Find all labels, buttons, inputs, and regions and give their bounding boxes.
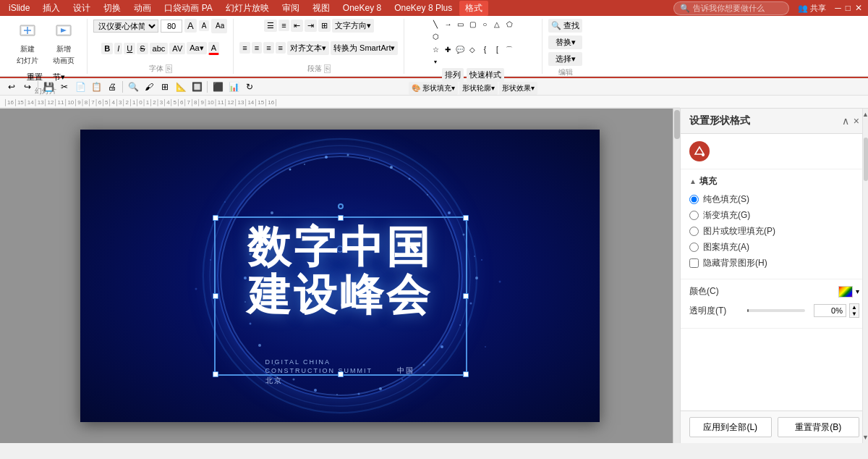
snap-button[interactable]: 🔲 xyxy=(190,80,204,94)
find-button[interactable]: 🔍 查找 xyxy=(548,19,582,33)
align-obj-button[interactable]: ⬛ xyxy=(210,80,225,94)
para-group-expand[interactable]: ⎘ xyxy=(324,64,331,73)
menu-review[interactable]: 审阅 xyxy=(276,1,305,16)
shape-arrow[interactable]: → xyxy=(442,19,454,30)
color-dropdown-button[interactable]: ▾ xyxy=(856,287,859,295)
slide-area[interactable]: 数字中国 建设峰会 DIGITAL CHINA CONSTRUCTION SUM… xyxy=(0,109,680,443)
transparency-spinner[interactable]: ▲ ▼ xyxy=(849,303,859,318)
text-direction-button[interactable]: 文字方向▾ xyxy=(332,19,374,33)
column-button[interactable]: ⊞ xyxy=(318,20,331,32)
gradient-fill-radio[interactable] xyxy=(689,211,699,220)
group-button[interactable]: 📊 xyxy=(226,80,241,94)
shape-oval[interactable]: ○ xyxy=(479,19,490,30)
menu-onekey8[interactable]: OneKey 8 xyxy=(337,1,387,14)
ruler-button[interactable]: 📐 xyxy=(174,80,188,94)
bullets-button[interactable]: ☰ xyxy=(264,20,277,32)
menu-insert[interactable]: 插入 xyxy=(37,1,66,16)
smartart-button[interactable]: 转换为 SmartArt▾ xyxy=(331,41,398,55)
scroll-down-arrow[interactable]: ▼ xyxy=(863,431,868,443)
menu-animation[interactable]: 动画 xyxy=(128,1,157,16)
menu-view[interactable]: 视图 xyxy=(307,1,336,16)
search-box[interactable]: 🔍 告诉我你想要做什么 xyxy=(673,1,789,15)
strikethrough-button[interactable]: S xyxy=(137,43,148,54)
align-center-button[interactable]: ≡ xyxy=(252,42,262,54)
color-swatch[interactable] xyxy=(838,286,853,298)
decrease-font-button[interactable]: A xyxy=(199,20,210,31)
shadow-button[interactable]: abc xyxy=(150,43,169,54)
undo-button[interactable]: ↩ xyxy=(4,80,19,94)
shape-round-rect[interactable]: ▢ xyxy=(467,19,478,30)
shape-bracket[interactable]: [ xyxy=(491,44,503,56)
font-name-select[interactable]: 汉仪要心体简 xyxy=(93,20,158,33)
menu-transition[interactable]: 切换 xyxy=(98,1,127,16)
maximize-button[interactable]: □ xyxy=(846,3,851,13)
cut-button[interactable]: ✂ xyxy=(57,80,72,94)
menu-format[interactable]: 格式 xyxy=(459,1,488,16)
shape-hex[interactable]: ⬡ xyxy=(430,31,441,43)
menu-slideshow[interactable]: 幻灯片放映 xyxy=(220,1,275,16)
panel-collapse-button[interactable]: ∧ xyxy=(842,115,849,127)
shape-star[interactable]: ☆ xyxy=(430,44,441,56)
redo-button[interactable]: ↪ xyxy=(20,80,35,94)
hide-bg-checkbox[interactable] xyxy=(689,258,699,268)
transparency-input[interactable] xyxy=(814,304,846,317)
paste-button[interactable]: 📋 xyxy=(89,80,103,94)
add-anim-button[interactable]: 新增 动画页 xyxy=(46,19,81,70)
decrease-indent-button[interactable]: ⇤ xyxy=(291,20,303,32)
shape-callout[interactable]: 💬 xyxy=(454,44,466,56)
underline-button[interactable]: U xyxy=(124,43,135,54)
solid-fill-option[interactable]: 纯色填充(S) xyxy=(689,193,859,206)
transparency-slider-thumb[interactable] xyxy=(747,309,749,312)
apply-all-button[interactable]: 应用到全部(L) xyxy=(689,417,772,437)
transparency-spin-up[interactable]: ▲ xyxy=(850,304,859,311)
slide-title[interactable]: 数字中国 建设峰会 xyxy=(247,224,433,319)
picture-fill-radio[interactable] xyxy=(689,227,699,236)
format-painter[interactable]: 🖌 xyxy=(142,80,156,94)
increase-font-button[interactable]: A xyxy=(184,19,197,33)
transparency-slider-container[interactable] xyxy=(747,309,805,312)
shape-custom1[interactable]: ◇ xyxy=(467,44,478,56)
close-window-button[interactable]: ✕ xyxy=(855,3,862,13)
arrange-button[interactable]: 排列 xyxy=(442,68,464,82)
shape-outline-button[interactable]: 形状轮廓▾ xyxy=(459,82,498,95)
grid-button[interactable]: ⊞ xyxy=(158,80,172,94)
rotate-button[interactable]: ↻ xyxy=(242,80,257,94)
font-group-expand[interactable]: ⎘ xyxy=(166,64,172,73)
copy-button[interactable]: 📄 xyxy=(73,80,88,94)
pattern-fill-option[interactable]: 图案填充(A) xyxy=(689,241,859,253)
italic-button[interactable]: I xyxy=(114,43,122,54)
menu-onekey8plus[interactable]: OneKey 8 Plus xyxy=(388,1,458,14)
picture-fill-option[interactable]: 图片或纹理填充(P) xyxy=(689,225,859,237)
shape-curve[interactable]: ⌒ xyxy=(503,44,515,56)
transparency-slider-track[interactable] xyxy=(747,309,805,312)
new-slide-button[interactable]: 新建 幻灯片 xyxy=(10,19,45,70)
shape-triangle[interactable]: △ xyxy=(491,19,503,30)
minimize-button[interactable]: ─ xyxy=(835,3,841,13)
gradient-fill-option[interactable]: 渐变填充(G) xyxy=(689,209,859,222)
align-right-button[interactable]: ≡ xyxy=(263,42,273,54)
share-button[interactable]: 👥 共享 xyxy=(793,2,830,14)
align-left-button[interactable]: ≡ xyxy=(239,42,250,54)
fill-section-header[interactable]: ▲ 填充 xyxy=(689,175,859,188)
align-text-button[interactable]: 对齐文本▾ xyxy=(287,41,329,55)
scroll-up-arrow[interactable]: ▲ xyxy=(863,109,868,120)
quick-styles-button[interactable]: 快速样式 xyxy=(467,68,504,82)
save-button[interactable]: 💾 xyxy=(41,80,56,94)
shape-effects-button[interactable]: 形状效果▾ xyxy=(499,82,537,95)
numbering-button[interactable]: ≡ xyxy=(278,20,289,31)
panel-scrollbar[interactable]: ▲ ▼ xyxy=(862,109,868,443)
more-shapes-button[interactable]: ▾ xyxy=(430,56,441,68)
replace-button[interactable]: 替换▾ xyxy=(548,35,582,49)
slide-canvas[interactable]: 数字中国 建设峰会 DIGITAL CHINA CONSTRUCTION SUM… xyxy=(80,130,600,422)
shape-fill-button[interactable]: 🎨 形状填充▾ xyxy=(409,82,458,95)
shape-rect[interactable]: ▭ xyxy=(454,19,466,30)
reset-bg-button[interactable]: 重置背景(B) xyxy=(778,417,860,437)
panel-close-button[interactable]: × xyxy=(854,115,859,127)
bold-button[interactable]: B xyxy=(101,43,113,54)
increase-indent-button[interactable]: ⇥ xyxy=(305,20,317,32)
font-size-input[interactable] xyxy=(161,20,182,33)
hide-bg-option[interactable]: 隐藏背景图形(H) xyxy=(689,257,859,269)
zoom-button[interactable]: 🔍 xyxy=(126,80,140,94)
font-case-button[interactable]: Aa▾ xyxy=(187,42,206,54)
shape-brace[interactable]: { xyxy=(479,44,490,56)
